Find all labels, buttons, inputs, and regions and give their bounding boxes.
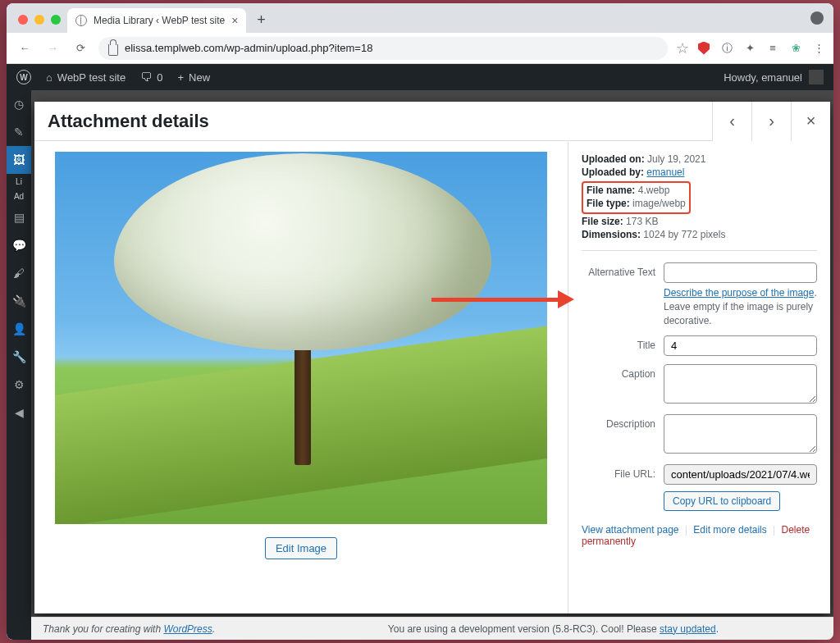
browser-toolbar: ← → ⟳ elissa.templweb.com/wp-admin/uploa…: [7, 33, 833, 64]
wp-admin-sidebar: ◷ ✎ 🖼 Li Ad ▤ 💬 🖌 🔌 👤 🔧 ⚙ ◀: [7, 90, 31, 640]
plus-icon: +: [177, 71, 184, 84]
extension-icon[interactable]: ❀: [789, 42, 802, 55]
appearance-icon[interactable]: 🖌: [7, 259, 31, 287]
attachment-image: [55, 152, 547, 524]
annotation-arrow: [431, 298, 563, 302]
description-label: Description: [582, 414, 664, 430]
lock-icon: [108, 44, 118, 56]
wordpress-link[interactable]: WordPress: [163, 623, 212, 635]
file-url-label: File URL:: [582, 464, 664, 480]
howdy-account[interactable]: Howdy, emanuel: [724, 70, 824, 84]
posts-icon[interactable]: ✎: [7, 118, 31, 146]
annotation-highlight: File name: 4.webp File type: image/webp: [582, 181, 691, 214]
dashboard-icon[interactable]: ◷: [7, 90, 31, 118]
tab-strip: Media Library ‹ WebP test site × +: [7, 3, 833, 33]
users-icon[interactable]: 👤: [7, 315, 31, 343]
uploaded-by-link[interactable]: emanuel: [646, 166, 684, 178]
address-bar[interactable]: elissa.templweb.com/wp-admin/upload.php?…: [98, 37, 668, 60]
caption-label: Caption: [582, 364, 664, 380]
back-button[interactable]: ←: [15, 39, 34, 58]
window-controls: [13, 15, 67, 33]
modal-title: Attachment details: [48, 111, 712, 132]
forward-button[interactable]: →: [43, 39, 62, 58]
edit-image-button[interactable]: Edit Image: [265, 537, 337, 559]
modal-body: Edit Image Uploaded on: July 19, 2021 Up…: [34, 142, 830, 613]
edit-more-details-link[interactable]: Edit more details: [693, 524, 766, 536]
view-attachment-link[interactable]: View attachment page: [582, 524, 679, 536]
maximize-window-button[interactable]: [51, 15, 61, 25]
globe-icon: [75, 15, 87, 26]
site-name-link[interactable]: ⌂ WebP test site: [46, 71, 126, 84]
wp-content: Attachment details ‹ › ×: [31, 90, 833, 640]
alt-help-link[interactable]: Describe the purpose of the image: [664, 287, 814, 299]
reading-list-icon[interactable]: ≡: [766, 42, 779, 55]
wp-body: ◷ ✎ 🖼 Li Ad ▤ 💬 🖌 🔌 👤 🔧 ⚙ ◀ Attachment d…: [7, 90, 833, 640]
bookmark-star-icon[interactable]: ☆: [676, 39, 689, 57]
comments-icon[interactable]: 💬: [7, 231, 31, 259]
file-type-value: image/webp: [632, 198, 686, 209]
browser-window: Media Library ‹ WebP test site × + ← → ⟳…: [7, 3, 833, 640]
file-url-input[interactable]: [664, 464, 817, 485]
alt-text-help: Describe the purpose of the image. Leave…: [664, 286, 817, 327]
new-content-link[interactable]: + New: [177, 71, 210, 84]
wp-admin-bar: W ⌂ WebP test site 🗨 0 + New Howdy, eman…: [7, 64, 833, 90]
close-window-button[interactable]: [18, 15, 28, 25]
reload-button[interactable]: ⟳: [71, 39, 90, 58]
tools-icon[interactable]: 🔧: [7, 343, 31, 371]
wordpress-logo-icon[interactable]: W: [16, 70, 31, 84]
media-preview-pane: Edit Image: [34, 142, 568, 613]
minimize-window-button[interactable]: [34, 15, 44, 25]
tab-title: Media Library ‹ WebP test site: [94, 15, 225, 26]
wp-footer: Thank you for creating with WordPress. Y…: [31, 617, 833, 640]
url-text: elissa.templweb.com/wp-admin/upload.php?…: [125, 42, 372, 54]
kebab-menu-icon[interactable]: ⋮: [812, 42, 825, 55]
extensions-puzzle-icon[interactable]: ✦: [743, 42, 756, 55]
comments-link[interactable]: 🗨 0: [140, 71, 162, 84]
collapse-menu-icon[interactable]: ◀: [7, 399, 31, 426]
modal-nav: ‹ › ×: [712, 102, 830, 141]
attachment-actions: View attachment page | Edit more details…: [582, 524, 817, 547]
attachment-settings: Alternative Text Describe the purpose of…: [582, 251, 817, 511]
pages-icon[interactable]: ▤: [7, 203, 31, 231]
file-size-value: 173 KB: [626, 216, 658, 227]
copy-url-button[interactable]: Copy URL to clipboard: [664, 491, 780, 511]
settings-icon[interactable]: ⚙: [7, 371, 31, 399]
stay-updated-link[interactable]: stay updated: [660, 623, 716, 635]
alt-text-input[interactable]: [664, 262, 817, 283]
next-button[interactable]: ›: [751, 102, 791, 141]
profile-avatar-icon[interactable]: [810, 11, 824, 25]
close-button[interactable]: ×: [791, 102, 830, 141]
attachment-info-pane: Uploaded on: July 19, 2021 Uploaded by: …: [568, 142, 830, 613]
extension-icons: ⓘ ✦ ≡ ❀ ⋮: [697, 42, 825, 55]
alt-text-label: Alternative Text: [582, 262, 664, 278]
file-details: Uploaded on: July 19, 2021 Uploaded by: …: [582, 153, 817, 251]
sidebar-label: Li: [7, 174, 31, 189]
info-icon[interactable]: ⓘ: [720, 42, 733, 55]
uploaded-on-value: July 19, 2021: [647, 153, 705, 165]
plugins-icon[interactable]: 🔌: [7, 287, 31, 315]
title-label: Title: [582, 335, 664, 351]
sidebar-label-2: Ad: [7, 189, 31, 203]
dimensions-value: 1024 by 772 pixels: [643, 229, 725, 240]
adblock-icon[interactable]: [697, 42, 710, 55]
comment-bubble-icon: 🗨: [140, 71, 152, 84]
caption-input[interactable]: [664, 364, 817, 404]
previous-button[interactable]: ‹: [712, 102, 751, 141]
media-icon[interactable]: 🖼: [7, 146, 31, 174]
attachment-details-modal: Attachment details ‹ › ×: [34, 102, 830, 613]
close-tab-icon[interactable]: ×: [231, 14, 238, 27]
description-input[interactable]: [664, 414, 817, 454]
browser-tab[interactable]: Media Library ‹ WebP test site ×: [67, 8, 246, 33]
user-avatar-icon: [809, 70, 824, 84]
file-name-value: 4.webp: [638, 185, 670, 196]
home-icon: ⌂: [46, 71, 52, 84]
title-input[interactable]: [664, 335, 817, 356]
new-tab-button[interactable]: +: [249, 8, 272, 31]
modal-header: Attachment details ‹ › ×: [34, 102, 830, 141]
